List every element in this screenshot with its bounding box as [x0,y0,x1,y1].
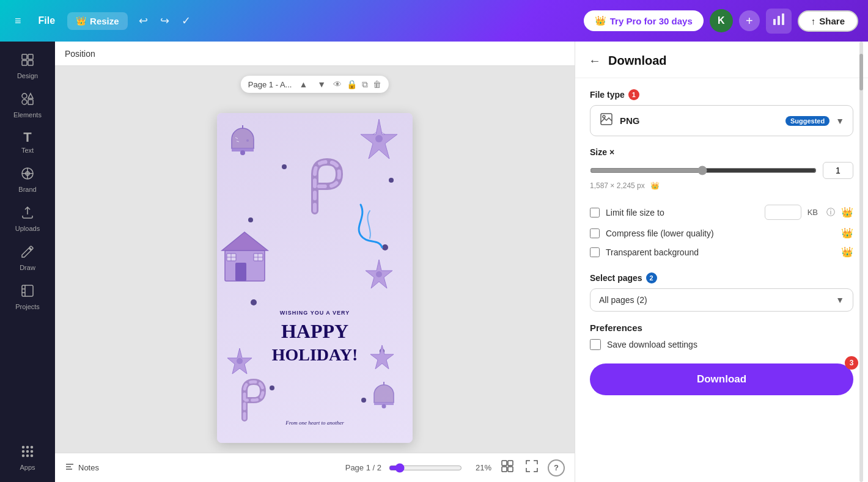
save-button[interactable]: ✓ [177,10,196,31]
avatar[interactable]: K [710,9,733,32]
design-icon [20,53,35,70]
design-canvas[interactable]: WISHING YOU A VERY HAPPY HOLIDAY! [217,113,413,443]
svg-rect-61 [502,461,507,466]
filetype-chevron-icon: ▼ [836,116,844,126]
panel-header: ← Download [575,42,868,78]
svg-rect-5 [22,60,27,65]
svg-point-10 [22,100,27,104]
filesize-kb-input[interactable] [765,205,801,220]
sidebar-item-apps[interactable]: Apps [0,438,55,477]
eye-icon[interactable]: 👁 [333,79,342,89]
svg-point-40 [361,398,366,403]
sidebar-item-brand[interactable]: Brand [0,160,55,199]
main-content: Design Elements T Text Brand Uploads [0,42,868,482]
copy-icon[interactable]: ⧉ [362,79,368,90]
panel-back-button[interactable]: ← [587,53,602,69]
delete-icon[interactable]: 🗑 [373,79,381,89]
svg-line-28 [237,141,239,142]
lock-icon[interactable]: 🔒 [347,79,357,89]
menu-button[interactable]: ≡ [10,11,26,31]
back-icon: ← [589,54,601,67]
filetype-dropdown[interactable]: PNG Suggested ▼ [590,105,853,136]
share-icon: ↑ [811,16,816,26]
size-section: Size × 1,587 × 2,245 px 👑 [590,147,853,190]
position-label: Position [65,49,95,59]
size-input[interactable] [823,162,853,179]
try-pro-label: Try Pro for 30 days [610,16,693,26]
svg-rect-1 [778,16,780,25]
undo-button[interactable]: ↩ [134,10,153,31]
sidebar-item-draw[interactable]: Draw [0,238,55,277]
filetype-name: PNG [620,115,779,126]
svg-point-50 [376,271,382,277]
help-button[interactable]: ? [548,459,565,477]
svg-rect-62 [508,461,513,466]
svg-point-17 [27,447,29,448]
add-button[interactable]: + [739,10,760,31]
resize-button[interactable]: 👑 Resize [67,12,128,30]
svg-rect-44 [227,254,236,261]
page-down-button[interactable]: ▼ [315,78,328,90]
scroll-indicator[interactable] [859,42,863,482]
sidebar-item-text[interactable]: T Text [0,125,55,160]
sidebar-item-projects[interactable]: Projects [0,277,55,316]
pages-dropdown[interactable]: All pages (2) ▼ [590,288,853,312]
analytics-button[interactable] [766,9,792,34]
sidebar-projects-label: Projects [15,303,40,310]
share-button[interactable]: ↑ Share [798,10,858,32]
download-button-wrapper: Download 3 [590,361,853,395]
transparent-row: Transparent background 👑 [590,243,853,261]
projects-icon [20,283,35,301]
notes-button[interactable]: Notes [65,462,99,473]
compress-checkbox[interactable] [590,228,600,238]
try-pro-button[interactable]: 👑 Download Try Pro for 30 days [584,10,704,31]
save-settings-checkbox[interactable] [590,339,601,350]
svg-point-30 [375,135,383,142]
suggested-badge: Suggested [785,116,829,126]
page-indicator: Page 1 / 2 [345,463,381,472]
sidebar-item-elements[interactable]: Elements [0,86,55,125]
topbar-right: 👑 Download Try Pro for 30 days K + ↑ Sha… [584,9,858,34]
canvas-workspace[interactable]: Page 1 - A... ▲ ▼ 👁 🔒 ⧉ 🗑 [55,66,575,453]
save-settings-label: Save download settings [607,340,697,349]
topbar-left: ≡ File 👑 Resize ↩ ↪ ✓ [10,10,196,31]
undo-redo-group: ↩ ↪ ✓ [134,10,196,31]
pages-badge: 2 [646,272,657,283]
topbar: ≡ File 👑 Resize ↩ ↪ ✓ 👑 Download Try Pro… [0,0,868,42]
filetype-icon [599,112,614,130]
svg-point-20 [27,451,29,453]
redo-button[interactable]: ↪ [155,10,174,31]
download-panel: ← Download File type 1 PNG Suggested ▼ [575,42,868,482]
svg-text:From one heart to another: From one heart to another [285,420,344,426]
file-button[interactable]: File [32,12,62,30]
limit-filesize-label: Limit file size to [606,208,759,217]
transparent-checkbox[interactable] [590,247,600,257]
limit-filesize-checkbox[interactable] [590,208,600,217]
sidebar-brand-label: Brand [18,186,36,193]
download-button[interactable]: Download [590,363,853,395]
grid-view-button[interactable] [499,458,516,478]
svg-point-54 [237,358,243,364]
size-row [590,162,853,179]
svg-rect-64 [508,467,513,472]
sidebar-item-uploads[interactable]: Uploads [0,199,55,238]
kb-label: KB [807,208,818,217]
canvas-area: Position Page 1 - A... ▲ ▼ 👁 🔒 ⧉ 🗑 [55,42,575,482]
crown-icon: 👑 [76,16,86,26]
svg-rect-4 [28,54,33,59]
svg-point-22 [23,455,24,457]
zoom-slider[interactable] [389,463,462,473]
select-pages-section: Select pages 2 All pages (2) ▼ [590,272,853,312]
fullscreen-button[interactable] [523,458,540,478]
sidebar-item-design[interactable]: Design [0,46,55,86]
sidebar: Design Elements T Text Brand Uploads [0,42,55,482]
zoom-control: 21% [389,463,491,473]
size-slider[interactable] [590,166,817,175]
svg-line-31 [373,133,376,134]
brand-icon [20,166,35,183]
sidebar-elements-label: Elements [13,111,42,119]
info-icon[interactable]: ⓘ [826,207,835,218]
page-up-button[interactable]: ▲ [296,78,310,90]
svg-point-18 [31,447,33,448]
sidebar-draw-label: Draw [20,264,35,271]
